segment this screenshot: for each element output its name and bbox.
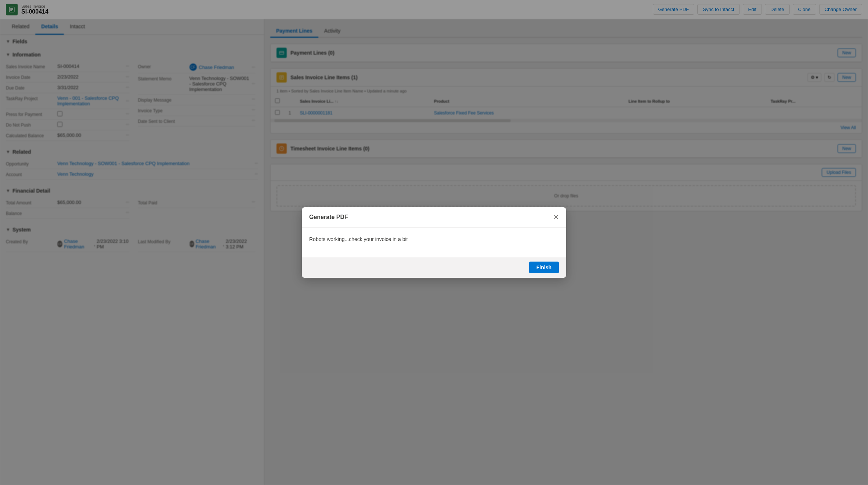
modal-footer: Finish	[302, 257, 566, 278]
modal-body: Robots working...check your invoice in a…	[302, 227, 566, 257]
modal-message: Robots working...check your invoice in a…	[309, 236, 408, 242]
modal-overlay: Generate PDF ✕ Robots working...check yo…	[0, 0, 868, 485]
modal-finish-button[interactable]: Finish	[529, 262, 559, 273]
modal-title: Generate PDF	[309, 214, 348, 220]
modal-header: Generate PDF ✕	[302, 207, 566, 227]
modal-close-button[interactable]: ✕	[553, 213, 559, 221]
generate-pdf-modal: Generate PDF ✕ Robots working...check yo…	[302, 207, 566, 278]
